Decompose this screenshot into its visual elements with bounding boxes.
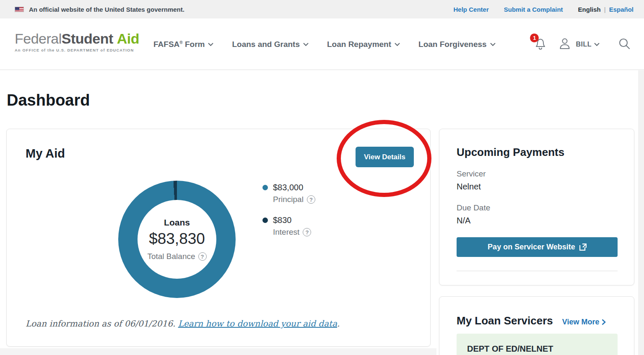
loan-info-footnote: Loan information as of 06/01/2016. Learn…: [26, 319, 340, 329]
notification-badge: 1: [530, 34, 539, 42]
chevron-down-icon: [303, 43, 309, 46]
official-website-text: An official website of the United States…: [29, 6, 184, 13]
due-date-value: N/A: [457, 216, 470, 225]
donut-center-label: Loans: [164, 218, 190, 228]
loans-donut-chart: Loans $83,830 Total Balance ?: [118, 181, 236, 298]
chevron-down-icon: [395, 43, 400, 46]
my-aid-title: My Aid: [26, 147, 65, 161]
section-background: [0, 348, 436, 355]
notifications-button[interactable]: 1: [534, 36, 547, 52]
logo-word-federal: Federal: [15, 31, 62, 47]
chevron-right-icon: [602, 319, 606, 325]
servicer-name: DEPT OF ED/NELNET: [467, 344, 553, 354]
username-label[interactable]: BILL: [576, 41, 592, 48]
search-button[interactable]: [618, 37, 631, 52]
due-date-label: Due Date: [457, 203, 490, 212]
my-aid-card: My Aid View Details Loans $83,830 Total …: [6, 129, 431, 347]
chevron-down-icon: [490, 43, 496, 46]
language-english[interactable]: English: [578, 6, 601, 13]
nav-loan-repayment[interactable]: Loan Repayment: [327, 40, 400, 49]
language-divider: |: [604, 6, 606, 13]
legend-item-interest: $830 Interest ?: [262, 215, 315, 237]
scrollbar-track[interactable]: [638, 70, 644, 355]
chevron-down-icon: [208, 43, 213, 46]
page: An official website of the United States…: [0, 0, 644, 355]
help-question-icon[interactable]: ?: [307, 195, 315, 204]
download-aid-data-link[interactable]: Learn how to download your aid data: [178, 319, 337, 329]
chevron-down-icon[interactable]: [594, 43, 600, 46]
help-question-icon[interactable]: ?: [303, 228, 311, 236]
logo-word-aid: Aid: [117, 31, 139, 47]
my-loan-servicers-title: My Loan Servicers: [457, 314, 553, 327]
nav-loans-and-grants[interactable]: Loans and Grants: [232, 40, 309, 49]
help-center-link[interactable]: Help Center: [454, 6, 489, 13]
site-header: FederalStudent Aid An OFFICE of the U.S.…: [0, 18, 644, 70]
chart-legend: $83,000 Principal ? $830 Interest ?: [262, 183, 315, 237]
footnote-period: .: [337, 319, 340, 329]
total-balance-label: Total Balance: [147, 252, 195, 261]
nav-fafsa-form[interactable]: FAFSA® Form: [153, 40, 213, 49]
view-details-button[interactable]: View Details: [356, 147, 414, 167]
upcoming-payments-card: Upcoming Payments Servicer Nelnet Due Da…: [439, 129, 634, 285]
card-divider: [457, 271, 618, 271]
submit-complaint-link[interactable]: Submit a Complaint: [504, 6, 563, 13]
us-flag-icon: [15, 7, 24, 12]
federal-student-aid-logo[interactable]: FederalStudent Aid An OFFICE of the U.S.…: [15, 31, 139, 52]
search-icon: [618, 37, 631, 50]
servicer-value: Nelnet: [457, 182, 481, 192]
nav-loan-forgiveness[interactable]: Loan Forgiveness: [418, 40, 496, 49]
account-menu[interactable]: [558, 36, 571, 52]
pay-on-servicer-button[interactable]: Pay on Servicer Website: [457, 237, 618, 257]
servicer-label: Servicer: [457, 169, 486, 179]
principal-label: Principal: [273, 195, 304, 204]
donut-center: Loans $83,830 Total Balance ?: [138, 200, 216, 279]
interest-label: Interest: [273, 228, 299, 237]
language-espanol-link[interactable]: Español: [609, 6, 634, 13]
interest-dot-icon: [262, 218, 268, 223]
help-question-icon[interactable]: ?: [198, 252, 207, 261]
main-nav: FAFSA® Form Loans and Grants Loan Repaym…: [153, 18, 496, 70]
logo-tagline: An OFFICE of the U.S. DEPARTMENT of EDUC…: [15, 48, 139, 52]
legend-item-principal: $83,000 Principal ?: [262, 183, 315, 204]
view-more-link[interactable]: View More: [562, 318, 606, 326]
user-icon: [558, 36, 571, 51]
logo-word-student: Student: [62, 31, 113, 47]
external-link-icon: [579, 244, 587, 251]
upcoming-payments-title: Upcoming Payments: [457, 146, 564, 159]
interest-value: $830: [273, 215, 292, 225]
page-title: Dashboard: [7, 91, 90, 109]
footnote-text: Loan information as of 06/01/2016.: [26, 319, 178, 329]
total-balance-value: $83,830: [149, 230, 205, 248]
principal-dot-icon: [262, 185, 268, 190]
principal-value: $83,000: [273, 183, 303, 192]
servicer-list-item[interactable]: DEPT OF ED/NELNET: [457, 334, 618, 355]
my-loan-servicers-card: My Loan Servicers View More DEPT OF ED/N…: [439, 296, 634, 355]
government-banner: An official website of the United States…: [0, 0, 644, 18]
